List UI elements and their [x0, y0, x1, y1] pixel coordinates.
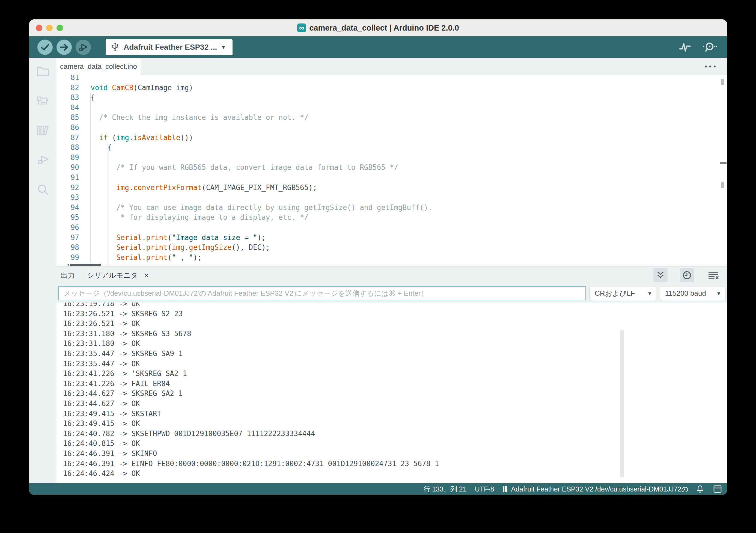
line-number: 89 [57, 153, 79, 163]
main-area: camera_data_collect.ino 8182void CamCB(C… [29, 58, 727, 483]
code-line: 95 * for displaying image to a display, … [57, 212, 727, 223]
serial-output: 16:23:19.718 -> OK16:23:26.521 -> SKSREG… [63, 302, 727, 479]
board-selector-label: Adafruit Feather ESP32 ... [123, 43, 217, 52]
serial-line: 16:24:40.782 -> SKSETHPWD 001D129100035E… [63, 429, 727, 439]
serial-line: 16:24:46.391 -> EINFO FE80:0000:0000:000… [63, 459, 727, 469]
upload-arrow-icon [60, 44, 68, 51]
code-text [79, 123, 91, 133]
serial-line: 16:23:49.415 -> SKSTART [63, 409, 727, 419]
serial-input-row: CRおよびLF ▾ 115200 baud ▾ [57, 284, 727, 302]
autoscroll-button[interactable] [653, 268, 667, 282]
code-line: 100 [57, 263, 727, 266]
zoom-button[interactable] [57, 25, 63, 31]
serial-line: 16:23:41.226 -> 'SKSREG SA2 1 [63, 369, 727, 379]
more-dots-icon[interactable] [705, 58, 727, 75]
boards-manager-icon[interactable] [36, 95, 49, 108]
baud-rate-select[interactable]: 115200 baud ▾ [660, 286, 725, 300]
timestamp-clock-icon [682, 270, 691, 280]
line-number: 88 [57, 143, 79, 153]
sketchbook-folder-icon[interactable] [36, 65, 49, 78]
editor-vscrollbar-mark[interactable] [721, 182, 724, 188]
line-number: 99 [57, 253, 79, 263]
code-text [79, 153, 91, 163]
serial-message-input[interactable] [58, 286, 586, 300]
code-line: 94 /* You can use image data directly by… [57, 203, 727, 213]
editor-vscrollbar-thumb[interactable] [720, 162, 726, 164]
debug-bug-icon [79, 42, 88, 52]
window-title: ∞ camera_data_collect | Arduino IDE 2.0.… [297, 23, 459, 33]
line-number: 92 [57, 183, 79, 193]
code-text: void CamCB(CamImage img) [79, 83, 193, 93]
board-port-status[interactable]: Adafruit Feather ESP32 V2 /dev/cu.usbser… [502, 485, 688, 494]
clear-output-button[interactable] [706, 268, 720, 282]
line-number: 86 [57, 123, 79, 133]
code-line: 93 [57, 192, 727, 203]
tab-output[interactable]: 出力 [61, 270, 75, 280]
code-text [79, 75, 91, 83]
code-text: /* If you want RGB565 data, convert imag… [79, 162, 398, 173]
timestamp-button[interactable] [680, 268, 694, 282]
line-number: 90 [57, 162, 79, 173]
code-text: Serial.print("Image data size = "); [79, 233, 266, 243]
verify-check-icon [41, 44, 49, 50]
titlebar: ∞ camera_data_collect | Arduino IDE 2.0.… [29, 19, 727, 36]
close-icon[interactable]: × [144, 271, 149, 280]
editor-vscrollbar-mark[interactable] [721, 79, 724, 85]
line-ending-select[interactable]: CRおよびLF ▾ [589, 286, 656, 300]
serial-monitor-tab-label: シリアルモニタ [87, 270, 138, 280]
serial-output-scrollbar[interactable] [620, 329, 624, 478]
clear-output-icon [708, 271, 719, 280]
serial-panel: 出力 シリアルモニタ × [57, 266, 727, 483]
bell-icon[interactable] [696, 485, 704, 493]
close-button[interactable] [36, 25, 42, 31]
code-text [79, 173, 91, 183]
code-editor[interactable]: 8182void CamCB(CamImage img)83{8485 /* C… [57, 75, 727, 266]
library-manager-icon[interactable] [36, 124, 49, 137]
line-number: 85 [57, 113, 79, 123]
search-icon[interactable] [36, 183, 49, 196]
serial-plotter-icon[interactable] [679, 42, 691, 53]
editor-column: camera_data_collect.ino 8182void CamCB(C… [57, 58, 727, 483]
serial-line: 16:23:31.180 -> SKSREG S3 5678 [63, 329, 727, 339]
serial-monitor-icon[interactable] [702, 42, 717, 53]
tab-camera-data-collect-ino[interactable]: camera_data_collect.ino [57, 58, 141, 75]
panel-toggle-icon[interactable] [714, 485, 722, 493]
serial-line: 16:23:44.627 -> OK [63, 399, 727, 409]
cursor-position[interactable]: 行 133、列 21 [423, 485, 467, 494]
line-number: 97 [57, 233, 79, 243]
encoding-label: UTF-8 [475, 485, 494, 493]
code-line: 83{ [57, 93, 727, 103]
serial-line: 16:23:44.627 -> SKSREG SA2 1 [63, 389, 727, 399]
code-text: { [79, 143, 112, 153]
verify-button[interactable] [38, 40, 53, 55]
serial-line: 16:24:46.424 -> OK [63, 468, 727, 479]
line-number: 91 [57, 173, 79, 183]
serial-line: 16:23:19.718 -> OK [63, 302, 727, 309]
line-number: 82 [57, 83, 79, 93]
line-number: 84 [57, 103, 79, 113]
arduino-infinity-icon: ∞ [297, 23, 306, 32]
line-number: 95 [57, 212, 79, 223]
window-title-text: camera_data_collect | Arduino IDE 2.0.0 [309, 23, 459, 33]
editor-hscrollbar-thumb[interactable] [70, 264, 101, 266]
status-bar: 行 133、列 21 UTF-8 Adafruit Feather ESP32 … [29, 483, 727, 495]
chevron-down-icon: ▾ [717, 290, 720, 297]
code-text [79, 192, 91, 203]
serial-output-area[interactable]: 16:23:19.718 -> OK16:23:26.521 -> SKSREG… [57, 302, 727, 483]
serial-line: 16:23:26.521 -> SKSREG S2 23 [63, 309, 727, 319]
debug-button[interactable] [76, 40, 91, 55]
editor-tabbar: camera_data_collect.ino [57, 58, 727, 75]
board-selector[interactable]: Adafruit Feather ESP32 ... ▾ [106, 39, 232, 55]
indent-guide [90, 93, 91, 266]
upload-button[interactable] [57, 40, 72, 55]
serial-line: 16:23:35.447 -> SKSREG SA9 1 [63, 349, 727, 359]
debugger-icon[interactable] [36, 154, 49, 167]
minimize-button[interactable] [46, 25, 53, 31]
line-number: 94 [57, 203, 79, 213]
serial-line: 16:23:35.447 -> OK [63, 359, 727, 369]
baud-rate-value: 115200 baud [665, 289, 706, 297]
board-port-label: Adafruit Feather ESP32 V2 /dev/cu.usbser… [511, 485, 688, 494]
tab-serial-monitor[interactable]: シリアルモニタ × [87, 270, 149, 280]
code-line: 90 /* If you want RGB565 data, convert i… [57, 162, 727, 173]
code-text: img.convertPixFormat(CAM_IMAGE_PIX_FMT_R… [79, 183, 317, 193]
